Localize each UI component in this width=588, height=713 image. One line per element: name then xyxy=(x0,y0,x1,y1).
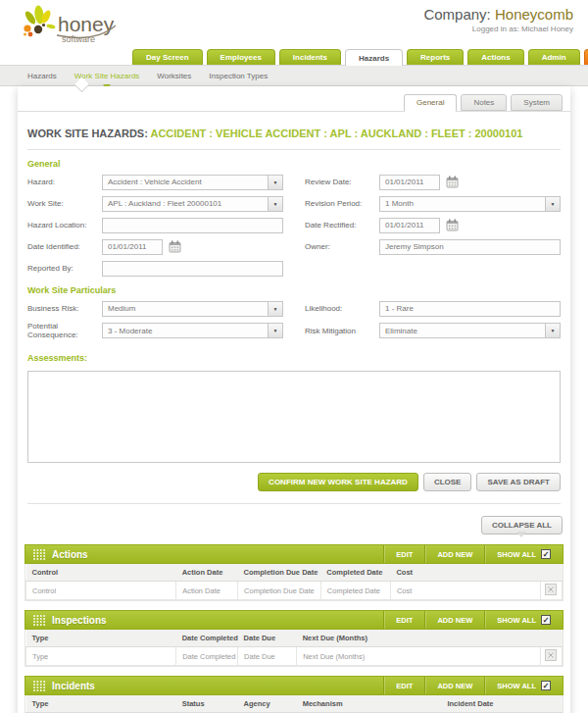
page-title-value: ACCIDENT : VEHICLE ACCIDENT : APL : AUCK… xyxy=(150,127,522,139)
col-icon xyxy=(541,630,563,647)
assessments-textarea[interactable] xyxy=(27,371,561,463)
col-cost: Cost xyxy=(390,564,540,582)
actions-section-title: Actions xyxy=(52,549,383,560)
nav-tab-actions[interactable]: Actions xyxy=(467,49,523,65)
cell-date-due: Date Due xyxy=(238,647,297,666)
page-title-prefix: WORK SITE HAZARDS: xyxy=(27,127,150,139)
company-title: Company: Honeycomb xyxy=(423,6,573,23)
risk-mitigation-select-value: Eliminate xyxy=(380,327,545,335)
reported-by-input[interactable] xyxy=(102,261,283,277)
table-row[interactable]: Type Date Completed Date Due Next Due (M… xyxy=(26,647,563,666)
col-next-due-months: Next Due (Months) xyxy=(297,630,541,647)
nav-tab-reports[interactable]: Reports xyxy=(407,49,464,65)
checked-checkbox-icon[interactable]: ✓ xyxy=(541,681,551,690)
inspections-show-all-toggle[interactable]: SHOW ALL✓ xyxy=(484,611,563,629)
col-incident-date: Incident Date xyxy=(441,695,540,713)
tab-general[interactable]: General xyxy=(404,94,457,112)
checked-checkbox-icon[interactable]: ✓ xyxy=(541,549,551,559)
potential-consequence-label: Potential Consequence: xyxy=(27,322,102,339)
revision-period-select[interactable]: 1 Month▼ xyxy=(379,196,561,212)
col-type: Type xyxy=(26,630,176,647)
cell-completed-date: Completed Date xyxy=(320,582,390,600)
table-header-row: Type Status Agency Mechanism Incident Da… xyxy=(26,695,563,713)
likelihood-input[interactable] xyxy=(379,301,561,317)
date-identified-label: Date Identified: xyxy=(27,242,102,251)
work-site-label: Work Site: xyxy=(27,199,102,208)
subnav-inspection-types[interactable]: Inspection Types xyxy=(209,72,268,80)
hazard-location-input[interactable] xyxy=(102,218,283,233)
business-risk-select[interactable]: Medium▼ xyxy=(102,301,283,317)
col-completion-due-date: Completion Due Date xyxy=(238,564,321,582)
inspections-edit-button[interactable]: EDIT xyxy=(383,611,424,629)
cell-next-due-months: Next Due (Months) xyxy=(297,647,541,666)
company-block: Company: Honeycomb Logged in as: Michael… xyxy=(423,6,573,33)
particulars-heading: Work Site Particulars xyxy=(18,277,570,300)
actions-add-new-button[interactable]: ADD NEW xyxy=(424,545,484,563)
hazard-select[interactable]: Accident : Vehicle Accident▼ xyxy=(102,175,283,190)
nav-tab-employees[interactable]: Employees xyxy=(207,49,275,65)
calendar-icon[interactable] xyxy=(169,240,181,253)
inspections-add-new-button[interactable]: ADD NEW xyxy=(424,611,484,629)
potential-consequence-select[interactable]: 3 - Moderate▼ xyxy=(102,323,283,338)
row-grid-icon[interactable] xyxy=(545,584,557,595)
drag-handle-icon[interactable] xyxy=(25,611,52,629)
calendar-icon[interactable] xyxy=(446,219,459,231)
actions-edit-button[interactable]: EDIT xyxy=(383,545,424,563)
table-row[interactable]: Control Action Date Completion Due Date … xyxy=(26,582,563,600)
calendar-icon[interactable] xyxy=(446,176,459,188)
tab-system[interactable]: System xyxy=(511,94,563,111)
actions-show-all-label: SHOW ALL xyxy=(497,550,536,559)
collapse-all-button[interactable]: COLLAPSE ALL xyxy=(481,516,563,535)
tab-notes[interactable]: Notes xyxy=(461,94,507,111)
checked-checkbox-icon[interactable]: ✓ xyxy=(541,615,551,625)
incidents-show-all-label: SHOW ALL xyxy=(497,682,536,690)
table-header-row: Type Date Completed Date Due Next Due (M… xyxy=(26,630,563,647)
confirm-new-work-site-hazard-button[interactable]: CONFIRM NEW WORK SITE HAZARD xyxy=(258,473,418,491)
nav-tab-admin[interactable]: Admin xyxy=(528,49,580,65)
main-menu-button[interactable]: Main Menu xyxy=(584,49,588,65)
primary-nav: Day Screen Employees Incidents Hazards R… xyxy=(0,47,588,66)
form-actions: CONFIRM NEW WORK SITE HAZARD CLOSE SAVE … xyxy=(18,463,570,491)
drag-handle-icon[interactable] xyxy=(25,545,52,563)
col-icon xyxy=(541,564,563,582)
likelihood-label: Likelihood: xyxy=(305,304,379,313)
row-grid-icon[interactable] xyxy=(545,649,557,661)
date-rectified-input[interactable] xyxy=(379,218,440,233)
subnav-hazards[interactable]: Hazards xyxy=(27,72,57,80)
revision-period-label: Revision Period: xyxy=(305,199,379,208)
business-risk-label: Business Risk: xyxy=(27,304,102,313)
particulars-form: Business Risk: Medium▼ Likelihood: Poten… xyxy=(18,300,570,339)
close-button[interactable]: CLOSE xyxy=(423,473,472,491)
incidents-section-header: Incidents EDIT ADD NEW SHOW ALL✓ xyxy=(24,676,564,695)
actions-section: Actions EDIT ADD NEW SHOW ALL✓ Control A… xyxy=(24,544,564,601)
risk-mitigation-select[interactable]: Eliminate▼ xyxy=(379,323,561,338)
honey-logo[interactable]: honey software xyxy=(22,4,169,51)
subnav-worksites[interactable]: Worksites xyxy=(157,72,191,80)
incidents-show-all-toggle[interactable]: SHOW ALL✓ xyxy=(484,677,563,694)
cell-date-completed: Date Completed xyxy=(176,647,238,666)
review-date-label: Review Date: xyxy=(305,178,379,186)
chevron-down-icon: ▼ xyxy=(268,197,282,211)
owner-label: Owner: xyxy=(305,242,379,251)
drag-handle-icon[interactable] xyxy=(25,677,52,694)
reported-by-label: Reported By: xyxy=(27,264,102,273)
work-site-select[interactable]: APL : Auckland : Fleet 20000101▼ xyxy=(102,196,283,212)
incidents-section-title: Incidents xyxy=(52,681,383,691)
nav-tab-day-screen[interactable]: Day Screen xyxy=(132,49,203,65)
save-as-draft-button[interactable]: SAVE AS DRAFT xyxy=(476,473,561,491)
actions-show-all-toggle[interactable]: SHOW ALL✓ xyxy=(484,545,563,563)
owner-input[interactable] xyxy=(379,239,561,255)
revision-period-select-value: 1 Month xyxy=(380,199,545,208)
cell-action-date: Action Date xyxy=(176,582,238,600)
nav-tab-incidents[interactable]: Incidents xyxy=(279,49,341,65)
incidents-add-new-button[interactable]: ADD NEW xyxy=(424,677,484,694)
nav-tab-hazards[interactable]: Hazards xyxy=(345,49,403,66)
chevron-down-icon: ▼ xyxy=(545,197,560,211)
review-date-input[interactable] xyxy=(379,175,440,190)
svg-text:software: software xyxy=(62,34,95,44)
date-identified-input[interactable] xyxy=(102,239,163,255)
incidents-edit-button[interactable]: EDIT xyxy=(383,677,424,694)
logged-in-as: Logged in as: Michael Honey xyxy=(423,25,573,33)
actions-table: Control Action Date Completion Due Date … xyxy=(25,564,563,600)
col-action-date: Action Date xyxy=(176,564,238,582)
